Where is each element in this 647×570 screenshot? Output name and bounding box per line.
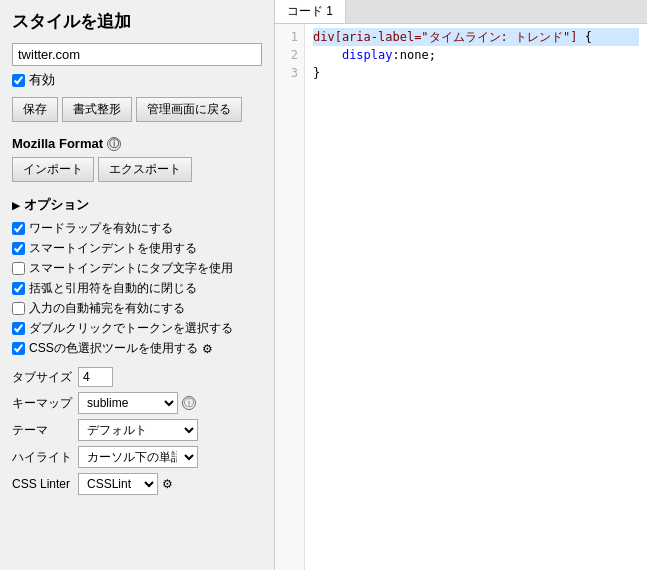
editor-content: 1 2 3 div[aria-label="タイムライン: トレンド"] { d… — [275, 24, 647, 570]
enabled-label: 有効 — [29, 71, 55, 89]
line-num-2: 2 — [275, 46, 304, 64]
right-panel: コード 1 1 2 3 div[aria-label="タイムライン: トレンド… — [275, 0, 647, 570]
mozilla-info-icon[interactable]: ⓘ — [107, 137, 121, 151]
mozilla-format-section: Mozilla Format ⓘ — [12, 136, 262, 151]
css-color-gear-icon[interactable]: ⚙ — [202, 342, 213, 356]
code-line-3: } — [313, 64, 639, 82]
option-label-4: 入力の自動補完を有効にする — [29, 300, 185, 317]
option-checkbox-1[interactable] — [12, 242, 25, 255]
save-button[interactable]: 保存 — [12, 97, 58, 122]
option-label-3: 括弧と引用符を自動的に閉じる — [29, 280, 197, 297]
option-checkbox-3[interactable] — [12, 282, 25, 295]
highlight-row: カーソル下の単語 なし — [78, 446, 262, 468]
code-line-1: div[aria-label="タイムライン: トレンド"] { — [313, 28, 639, 46]
theme-select[interactable]: デフォルト — [78, 419, 198, 441]
value-token: none — [400, 48, 429, 62]
format-button[interactable]: 書式整形 — [62, 97, 132, 122]
option-checkbox-0[interactable] — [12, 222, 25, 235]
highlight-label: ハイライト — [12, 449, 72, 466]
left-panel: スタイルを追加 有効 保存 書式整形 管理画面に戻る Mozilla Forma… — [0, 0, 275, 570]
export-button[interactable]: エクスポート — [98, 157, 192, 182]
css-linter-label: CSS Linter — [12, 477, 72, 491]
option-item-6: CSSの色選択ツールを使用する ⚙ — [12, 340, 262, 357]
option-label-6: CSSの色選択ツールを使用する — [29, 340, 198, 357]
options-title: オプション — [24, 196, 89, 214]
admin-button[interactable]: 管理画面に戻る — [136, 97, 242, 122]
enabled-row: 有効 — [12, 71, 262, 89]
option-item-2: スマートインデントにタブ文字を使用 — [12, 260, 262, 277]
style-name-input[interactable] — [12, 43, 262, 66]
selector-token: div[aria-label="タイムライン: トレンド"] — [313, 30, 578, 44]
css-linter-row: CSSLint なし ⚙ — [78, 473, 262, 495]
action-buttons: 保存 書式整形 管理画面に戻る — [12, 97, 262, 122]
options-header: ▶ オプション — [12, 196, 262, 214]
tab-size-input[interactable] — [78, 367, 113, 387]
colon-token: : — [392, 48, 399, 62]
tab-size-row — [78, 367, 262, 387]
theme-row: デフォルト — [78, 419, 262, 441]
options-list: ワードラップを有効にする スマートインデントを使用する スマートインデントにタブ… — [12, 220, 262, 357]
option-item-5: ダブルクリックでトークンを選択する — [12, 320, 262, 337]
theme-label: テーマ — [12, 422, 72, 439]
css-linter-gear-icon[interactable]: ⚙ — [162, 477, 173, 491]
options-arrow-icon: ▶ — [12, 200, 20, 211]
tab-size-label: タブサイズ — [12, 369, 72, 386]
css-linter-select[interactable]: CSSLint なし — [78, 473, 158, 495]
option-item-3: 括弧と引用符を自動的に閉じる — [12, 280, 262, 297]
code-line-2: display:none; — [313, 46, 639, 64]
brace-token-1: { — [578, 30, 592, 44]
option-checkbox-5[interactable] — [12, 322, 25, 335]
highlight-select[interactable]: カーソル下の単語 なし — [78, 446, 198, 468]
option-checkbox-4[interactable] — [12, 302, 25, 315]
option-item-0: ワードラップを有効にする — [12, 220, 262, 237]
semicolon-token: ; — [429, 48, 436, 62]
option-label-5: ダブルクリックでトークンを選択する — [29, 320, 233, 337]
option-checkbox-2[interactable] — [12, 262, 25, 275]
keymap-row: sublime default vim emacs ⓘ — [78, 392, 262, 414]
keymap-info-icon[interactable]: ⓘ — [182, 396, 196, 410]
line-num-3: 3 — [275, 64, 304, 82]
import-button[interactable]: インポート — [12, 157, 94, 182]
line-num-1: 1 — [275, 28, 304, 46]
panel-title: スタイルを追加 — [12, 10, 262, 33]
import-export-row: インポート エクスポート — [12, 157, 262, 182]
enabled-checkbox[interactable] — [12, 74, 25, 87]
brace-token-2: } — [313, 66, 320, 80]
property-token: display — [342, 48, 393, 62]
keymap-label: キーマップ — [12, 395, 72, 412]
option-checkbox-6[interactable] — [12, 342, 25, 355]
editor-tab-1[interactable]: コード 1 — [275, 0, 346, 23]
code-area[interactable]: div[aria-label="タイムライン: トレンド"] { display… — [305, 24, 647, 570]
option-label-1: スマートインデントを使用する — [29, 240, 197, 257]
mozilla-format-title: Mozilla Format — [12, 136, 103, 151]
option-item-1: スマートインデントを使用する — [12, 240, 262, 257]
option-label-2: スマートインデントにタブ文字を使用 — [29, 260, 233, 277]
option-item-4: 入力の自動補完を有効にする — [12, 300, 262, 317]
settings-grid: タブサイズ キーマップ sublime default vim emacs ⓘ … — [12, 367, 262, 495]
line-numbers: 1 2 3 — [275, 24, 305, 570]
option-label-0: ワードラップを有効にする — [29, 220, 173, 237]
keymap-select[interactable]: sublime default vim emacs — [78, 392, 178, 414]
editor-tab-bar: コード 1 — [275, 0, 647, 24]
